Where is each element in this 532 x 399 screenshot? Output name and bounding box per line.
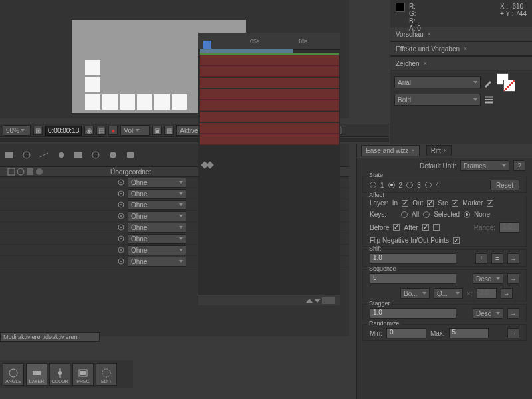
state-3-radio[interactable] <box>406 182 413 188</box>
switch-icon[interactable] <box>25 167 35 176</box>
state-1-radio[interactable] <box>370 182 376 188</box>
pickwhip-icon[interactable] <box>117 257 125 265</box>
shift-bang-button[interactable]: ! <box>475 253 487 264</box>
sequence-input[interactable]: 5 <box>370 273 456 284</box>
layer-bar[interactable] <box>200 100 339 111</box>
state-2-radio[interactable] <box>388 182 395 188</box>
layer-bar[interactable] <box>200 123 339 134</box>
before-checkbox[interactable] <box>393 224 400 231</box>
font-style-dropdown[interactable]: Bold <box>394 94 481 106</box>
layer-bar[interactable] <box>200 112 339 122</box>
pickwhip-icon[interactable] <box>117 190 125 198</box>
playhead[interactable] <box>203 41 211 49</box>
seq-bo-dropdown[interactable]: Bo... <box>400 288 430 299</box>
in-checkbox[interactable] <box>402 200 408 207</box>
parent-dropdown[interactable]: Ohne <box>128 234 186 244</box>
channel-icon[interactable]: ● <box>108 126 118 135</box>
timecode[interactable]: 0:00:00:13 <box>45 126 82 136</box>
parent-dropdown[interactable]: Ohne <box>128 200 186 210</box>
stagger-input[interactable]: 1.0 <box>370 308 456 319</box>
layer-bar[interactable] <box>200 89 339 100</box>
snapshot-icon[interactable]: ◉ <box>84 126 94 135</box>
reset-button[interactable]: Reset <box>490 180 519 190</box>
layer-bar[interactable] <box>200 78 339 88</box>
pickwhip-icon[interactable] <box>117 212 125 220</box>
zoom-slider[interactable] <box>322 297 335 304</box>
parent-dropdown[interactable]: Ohne <box>128 245 186 255</box>
help-button[interactable]: ? <box>513 160 525 171</box>
seq-q-dropdown[interactable]: Q... <box>434 288 463 299</box>
time-ruler[interactable]: 05s 10s <box>198 33 340 50</box>
tl-tool-icon[interactable] <box>4 150 15 160</box>
toggle-modes-button[interactable]: Modi aktivieren/deaktivieren <box>0 332 100 342</box>
track-area[interactable]: 05s 10s <box>198 33 340 305</box>
switch-icon[interactable] <box>35 167 44 176</box>
tl-tool-icon[interactable] <box>21 150 32 160</box>
effects-panel-tab[interactable]: Effekte und Vorgaben× <box>390 41 532 56</box>
tl-tool-icon[interactable] <box>39 150 49 160</box>
state-4-radio[interactable] <box>425 182 432 188</box>
keyframe[interactable] <box>206 161 213 168</box>
shift-go-button[interactable]: → <box>507 253 519 264</box>
character-panel-tab[interactable]: Zeichen× <box>390 56 532 70</box>
eyedropper-icon[interactable] <box>483 77 494 88</box>
pickwhip-icon[interactable] <box>117 201 125 209</box>
ease-wizz-tab[interactable]: Ease and wizz× <box>361 145 420 156</box>
show-snapshot-icon[interactable]: ▤ <box>96 126 106 135</box>
close-icon[interactable]: × <box>464 45 467 52</box>
stagger-order-dropdown[interactable]: Desc <box>473 308 503 319</box>
color-button[interactable]: COLOR <box>49 363 70 386</box>
switch-icon[interactable] <box>7 167 16 176</box>
out-checkbox[interactable] <box>427 200 434 207</box>
close-icon[interactable]: × <box>428 31 431 37</box>
keys-selected-radio[interactable] <box>423 211 430 218</box>
switch-icon[interactable] <box>16 167 25 176</box>
stagger-go-button[interactable]: → <box>507 308 519 319</box>
max-input[interactable]: 5 <box>449 328 489 338</box>
rift-tab[interactable]: Rift× <box>426 145 452 156</box>
layer-bar[interactable] <box>200 55 339 66</box>
parent-dropdown[interactable]: Ohne <box>128 223 186 233</box>
marker-checkbox[interactable] <box>487 200 493 207</box>
parent-dropdown[interactable]: Ohne <box>128 178 186 188</box>
collapse-icon[interactable] <box>314 299 321 303</box>
font-family-dropdown[interactable]: Arial <box>394 76 481 88</box>
randomize-go-button[interactable]: → <box>507 328 519 338</box>
tl-tool-icon[interactable] <box>125 150 136 160</box>
after-checkbox[interactable] <box>422 224 429 231</box>
grid-icon[interactable]: ⊞ <box>33 126 43 135</box>
roi-icon[interactable]: ▣ <box>152 126 162 135</box>
resolution-dropdown[interactable]: Voll <box>120 125 150 136</box>
pickwhip-icon[interactable] <box>117 246 125 254</box>
close-icon[interactable]: × <box>424 60 427 66</box>
keys-none-radio[interactable] <box>464 211 470 218</box>
layer-bar[interactable] <box>200 134 339 145</box>
pickwhip-icon[interactable] <box>117 178 125 186</box>
work-area-bar[interactable] <box>200 49 293 53</box>
transparency-icon[interactable]: ▦ <box>164 126 174 135</box>
tl-tool-icon[interactable] <box>73 150 84 160</box>
zoom-dropdown[interactable]: 50% <box>3 125 31 136</box>
shift-input[interactable]: 1.0 <box>370 253 456 264</box>
shift-eq-button[interactable]: = <box>491 253 503 264</box>
tl-tool-icon[interactable] <box>56 150 66 160</box>
sequence-order-dropdown[interactable]: Desc <box>473 273 503 284</box>
collapse-icon[interactable] <box>306 299 313 303</box>
edit-button[interactable]: EDIT <box>96 363 117 386</box>
parent-dropdown[interactable]: Ohne <box>128 211 186 221</box>
fill-stroke-swatch[interactable] <box>497 73 515 92</box>
layer-button[interactable]: LAYER <box>26 363 47 386</box>
prec-button[interactable]: PREC <box>72 363 94 386</box>
pickwhip-icon[interactable] <box>117 223 125 231</box>
src-checkbox[interactable] <box>452 200 458 207</box>
layer-bar[interactable] <box>200 66 339 77</box>
sequence-go-button[interactable]: → <box>507 273 519 284</box>
keys-all-radio[interactable] <box>401 211 408 218</box>
range-checkbox[interactable] <box>433 224 440 231</box>
seq-apply-button[interactable]: → <box>501 288 513 299</box>
tl-tool-icon[interactable] <box>108 150 118 160</box>
parent-dropdown[interactable]: Ohne <box>128 257 186 267</box>
pickwhip-icon[interactable] <box>117 235 125 243</box>
angle-button[interactable]: ANGLE <box>3 363 24 386</box>
parent-dropdown[interactable]: Ohne <box>128 189 186 199</box>
